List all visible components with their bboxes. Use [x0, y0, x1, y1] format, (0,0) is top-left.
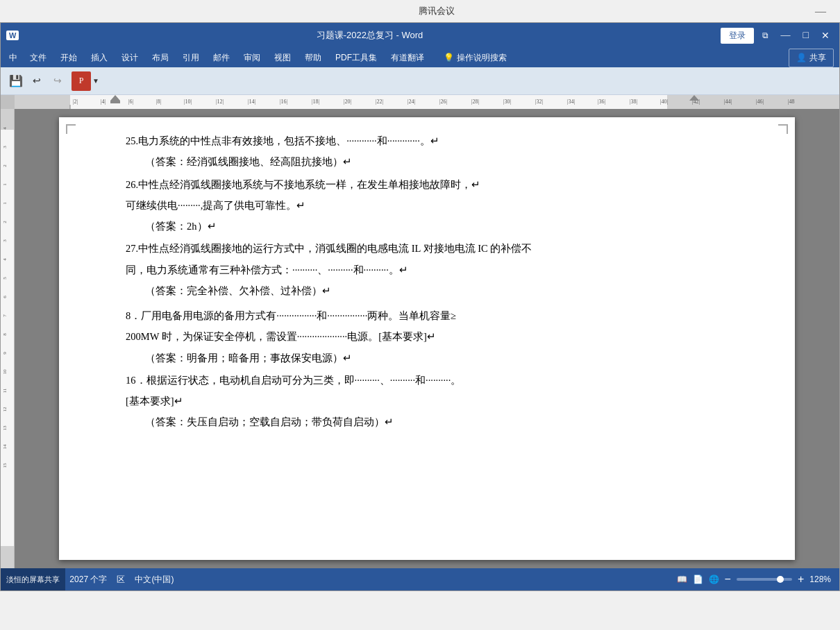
ribbon-tabs: 中 文件 开始 插入 设计 布局 引用 邮件 审阅 视图 帮助 PDF工具集 有…	[1, 48, 839, 67]
document-page: 25.电力系统的中性点非有效接地，包括不接地、············和····…	[59, 117, 795, 560]
svg-text:14: 14	[2, 444, 8, 450]
read-mode-icon[interactable]: 📖	[677, 574, 687, 584]
menu-tab-youdao[interactable]: 有道翻译	[384, 49, 431, 67]
svg-text:|44|: |44|	[724, 99, 732, 105]
svg-text:|10|: |10|	[184, 99, 192, 105]
word-icon: W	[6, 31, 19, 40]
answer-16: （答案：失压自启动；空载自启动；带负荷自启动）↵	[145, 412, 728, 432]
tencent-meeting-titlebar: 腾讯会议 —	[0, 0, 840, 22]
vertical-ruler: 4 3 2 1 1 2 3 4 5 6 7 8 9 10 11 12 13 14…	[1, 109, 15, 568]
svg-text:|32|: |32|	[535, 99, 543, 105]
word-titlebar: W 习题课-2022总复习 - Word 登录 ⧉ — □ ✕	[1, 23, 839, 48]
window-minimize-icon[interactable]: —	[777, 30, 795, 41]
svg-text:|4|: |4|	[101, 99, 106, 105]
window-restore-icon[interactable]: ⧉	[758, 31, 773, 41]
menu-tab-review[interactable]: 审阅	[237, 49, 267, 67]
window-maximize-icon[interactable]: □	[799, 30, 813, 41]
status-bar: 第1页，共1页 2027 个字 区 中文(中国) 📖 📄 🌐 − + 128% …	[1, 568, 839, 590]
svg-rect-28	[110, 101, 120, 103]
word-doc-title: 习题课-2022总复习 - Word	[317, 29, 423, 42]
svg-text:|46|: |46|	[756, 99, 764, 105]
svg-rect-31	[1, 130, 15, 546]
undo-btn[interactable]: ↩	[27, 71, 47, 91]
quick-access-toolbar: 💾 ↩ ↪ P ▼	[1, 67, 839, 95]
web-layout-icon[interactable]: 🌐	[709, 574, 719, 584]
svg-text:|26|: |26|	[439, 99, 447, 105]
svg-text:13: 13	[2, 425, 8, 431]
svg-text:|24|: |24|	[408, 99, 415, 105]
menu-tab-pdf[interactable]: PDF工具集	[328, 49, 384, 67]
answer-25: （答案：经消弧线圈接地、经高阻抗接地）↵	[145, 152, 728, 171]
svg-text:10: 10	[2, 369, 8, 375]
zoom-level: 128%	[809, 574, 831, 584]
svg-text:|40|: |40|	[660, 99, 668, 105]
lightbulb-icon: 💡	[444, 53, 454, 62]
window-minimize[interactable]: —	[809, 5, 832, 17]
paragraph-26b: 可继续供电·········,提高了供电可靠性。↵	[126, 196, 728, 215]
svg-text:|6|: |6|	[128, 99, 133, 105]
document-area: 4 3 2 1 1 2 3 4 5 6 7 8 9 10 11 12 13 14…	[1, 109, 839, 568]
paragraph-26: 26.中性点经消弧线圈接地系统与不接地系统一样，在发生单相接地故障时，↵	[126, 175, 728, 194]
screen-share-label: 淡恒的屏幕共享	[1, 568, 65, 590]
paragraph-8: 8．厂用电备用电源的备用方式有················和········…	[126, 306, 728, 325]
menu-tab-view[interactable]: 视图	[267, 49, 298, 67]
menu-tab-ref[interactable]: 引用	[176, 49, 206, 67]
svg-text:|8|: |8|	[156, 99, 161, 105]
menu-tab-layout[interactable]: 布局	[145, 49, 176, 67]
corner-tl	[66, 124, 76, 134]
share-button[interactable]: 👤 共享	[789, 49, 834, 67]
zoom-thumb	[777, 576, 784, 583]
save-btn[interactable]: 💾	[6, 71, 26, 91]
selection-info: 区	[117, 574, 125, 586]
answer-26: （答案：2h）↵	[145, 216, 728, 236]
horizontal-ruler: |2| |4| |6| |8| |10| |12| |14| |16| |18|…	[1, 95, 839, 109]
svg-text:2: 2	[2, 164, 8, 167]
svg-text:6: 6	[2, 296, 8, 298]
svg-text:|18|: |18|	[312, 99, 319, 105]
redo-btn[interactable]: ↪	[48, 71, 67, 91]
zoom-out-btn[interactable]: −	[725, 573, 731, 586]
menu-tab-design[interactable]: 设计	[115, 49, 145, 67]
menu-tab-help[interactable]: 帮助	[298, 49, 328, 67]
svg-text:15: 15	[2, 463, 8, 468]
svg-text:|38|: |38|	[630, 99, 637, 105]
svg-text:|16|: |16|	[280, 99, 287, 105]
svg-text:9: 9	[2, 352, 8, 355]
menu-tab-insert[interactable]: 插入	[84, 49, 115, 67]
paragraph-27: 27.中性点经消弧线圈接地的运行方式中，消弧线圈的电感电流 IL 对接地电流 I…	[126, 239, 728, 258]
svg-text:3: 3	[2, 239, 8, 242]
window-close-icon[interactable]: ✕	[817, 30, 834, 42]
paragraph-8b: 200MW 时，为保证安全停机，需设置····················电…	[126, 327, 728, 346]
zoom-in-btn[interactable]: +	[798, 573, 804, 586]
menu-tab-file[interactable]: 文件	[23, 49, 53, 67]
svg-text:5: 5	[2, 277, 8, 280]
svg-text:|36|: |36|	[598, 99, 605, 105]
print-layout-icon[interactable]: 📄	[693, 574, 703, 584]
login-button[interactable]: 登录	[721, 28, 754, 44]
menu-tab-left[interactable]: 中	[3, 49, 23, 67]
menu-tab-start[interactable]: 开始	[53, 49, 84, 67]
language-info: 中文(中国)	[135, 574, 174, 586]
svg-text:|34|: |34|	[567, 99, 575, 105]
answer-27: （答案：完全补偿、欠补偿、过补偿）↵	[145, 281, 728, 300]
word-window: W 习题课-2022总复习 - Word 登录 ⧉ — □ ✕ 中 文件 开始 …	[0, 22, 840, 591]
menu-tab-mail[interactable]: 邮件	[206, 49, 237, 67]
ppt-icon: P	[72, 71, 91, 91]
svg-text:8: 8	[2, 333, 8, 336]
answer-8: （答案：明备用；暗备用；事故保安电源）↵	[145, 348, 728, 368]
page-scroll-area[interactable]: 25.电力系统的中性点非有效接地，包括不接地、············和····…	[15, 109, 839, 568]
zoom-slider[interactable]	[737, 578, 792, 581]
svg-text:|2|: |2|	[73, 99, 78, 105]
svg-text:11: 11	[2, 388, 8, 393]
dropdown-arrow[interactable]: ▼	[92, 77, 99, 85]
svg-text:2: 2	[2, 221, 8, 223]
paragraph-16b: [基本要求]↵	[126, 391, 728, 411]
svg-text:|30|: |30|	[503, 99, 511, 105]
svg-text:4: 4	[2, 258, 8, 261]
svg-text:|48: |48	[788, 99, 795, 105]
menu-tab-search[interactable]: 💡 操作说明搜索	[431, 49, 519, 67]
doc-content: 25.电力系统的中性点非有效接地，包括不接地、············和····…	[126, 131, 728, 432]
word-count: 2027 个字	[69, 574, 107, 586]
svg-text:|20|: |20|	[344, 99, 351, 105]
paragraph-16: 16．根据运行状态，电动机自启动可分为三类，即··········、······…	[126, 371, 728, 390]
